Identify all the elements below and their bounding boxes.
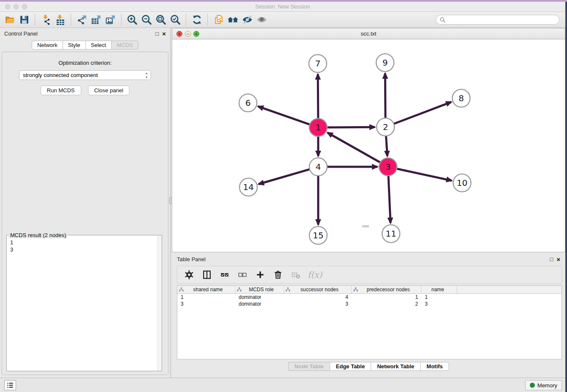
table-panel-close-icon[interactable]: × (556, 256, 560, 262)
network-maximize-icon[interactable]: + (193, 31, 199, 37)
export-network-button[interactable] (74, 13, 89, 27)
mcds-result-list[interactable]: 1 3 (10, 239, 157, 370)
optimization-criterion-select[interactable]: strongly connected component ▲▼ (19, 70, 151, 80)
column-header-shared-name[interactable]: shared name (177, 286, 235, 293)
network-canvas[interactable]: 7968124314101511 (173, 40, 564, 252)
add-column-button[interactable] (254, 268, 266, 282)
table-cell: 1 (421, 294, 457, 301)
zoom-fit-button[interactable] (154, 13, 168, 27)
maximize-window-icon[interactable] (22, 4, 27, 9)
svg-text:2: 2 (383, 122, 388, 132)
import-network-button[interactable] (39, 13, 53, 27)
graph-node-2[interactable]: 2 (377, 118, 394, 136)
edge-4-14[interactable] (259, 169, 310, 184)
main-titlebar: Session: New Session (0, 2, 565, 12)
gear-button[interactable] (183, 268, 195, 282)
deselect-all-icon (238, 270, 247, 279)
export-table-button[interactable] (89, 13, 103, 27)
export-image-button[interactable] (103, 13, 118, 27)
close-window-icon[interactable] (5, 4, 10, 9)
zoom-in-button[interactable] (125, 13, 139, 27)
edge-2-9[interactable] (385, 73, 385, 118)
memory-status-icon (530, 383, 535, 388)
graph-node-15[interactable]: 15 (309, 226, 327, 244)
memory-button[interactable]: Memory (525, 380, 562, 390)
graph-node-10[interactable]: 10 (453, 174, 471, 192)
edge-1-7[interactable] (318, 74, 318, 119)
tab-network-table[interactable]: Network Table (371, 362, 420, 371)
tab-style[interactable]: Style (63, 41, 85, 50)
import-table-button[interactable] (53, 13, 67, 27)
network-close-icon[interactable]: × (176, 31, 182, 37)
tab-motifs[interactable]: Motifs (420, 362, 449, 371)
graph-node-6[interactable]: 6 (239, 94, 257, 112)
select-all-button[interactable] (219, 268, 231, 282)
function-builder-icon: f(x) (308, 270, 322, 280)
save-session-button[interactable] (17, 13, 31, 27)
table-row[interactable]: 3dominator323 (177, 301, 561, 307)
zoom-out-button[interactable] (139, 13, 154, 27)
gear-icon (184, 270, 194, 279)
edge-3-1[interactable] (328, 133, 380, 162)
network-graph[interactable]: 7968124314101511 (173, 40, 564, 252)
tab-edge-table[interactable]: Edge Table (330, 362, 371, 371)
first-neighbors-button[interactable] (226, 13, 240, 27)
search-box[interactable] (436, 15, 559, 25)
network-minimize-icon[interactable]: − (185, 31, 191, 37)
status-bar: Memory (0, 378, 565, 392)
svg-text:1: 1 (316, 122, 321, 133)
graph-node-9[interactable]: 9 (376, 54, 394, 72)
edge-1-2[interactable] (327, 127, 375, 127)
hide-selected-button[interactable] (240, 13, 254, 27)
control-panel-close-icon[interactable]: × (162, 30, 166, 37)
graph-node-3[interactable]: 3 (379, 158, 397, 176)
control-panel-float-icon[interactable]: □ (155, 31, 159, 36)
search-input[interactable] (446, 17, 551, 23)
graph-node-1[interactable]: 1 (309, 119, 327, 136)
column-header-MCDS-role[interactable]: MCDS role (235, 286, 284, 293)
import-network-icon (41, 14, 51, 25)
svg-text:10: 10 (457, 178, 467, 188)
memory-label: Memory (537, 382, 557, 389)
delete-column-button[interactable] (272, 268, 284, 282)
table-toolbar: f(x) (177, 266, 562, 284)
columns-button[interactable] (201, 268, 213, 282)
table-cell: dominator (235, 294, 284, 301)
table-row[interactable]: 1dominator411 (177, 294, 561, 301)
task-history-button[interactable] (4, 380, 16, 390)
graph-node-11[interactable]: 11 (382, 225, 400, 243)
minimize-window-icon[interactable] (14, 4, 19, 9)
column-header-successor-nodes[interactable]: successor nodes (284, 286, 352, 293)
table-tabs: Node TableEdge TableNetwork TableMotifs (172, 362, 565, 371)
graph-node-14[interactable]: 14 (239, 178, 257, 196)
svg-text:11: 11 (385, 229, 396, 239)
graph-node-8[interactable]: 8 (452, 89, 470, 107)
table-panel-float-icon[interactable]: □ (550, 257, 553, 262)
tab-node-table[interactable]: Node Table (288, 362, 330, 371)
graph-node-7[interactable]: 7 (309, 55, 327, 72)
edge-2-8[interactable] (394, 102, 451, 124)
result-scrollbar[interactable] (157, 235, 162, 371)
run-mcds-button[interactable]: Run MCDS (41, 86, 81, 95)
edge-3-10[interactable] (397, 169, 452, 181)
network-table-splitter-grip[interactable] (362, 225, 369, 227)
show-all-icon (256, 14, 267, 25)
new-network-from-selection-button[interactable] (211, 13, 226, 27)
graph-node-4[interactable]: 4 (309, 158, 327, 176)
deselect-all-button[interactable] (237, 268, 248, 282)
close-panel-button[interactable]: Close panel (88, 86, 130, 95)
show-all-button[interactable] (254, 13, 269, 27)
edge-1-6[interactable] (258, 106, 310, 124)
tab-select[interactable]: Select (85, 41, 111, 50)
tab-network[interactable]: Network (32, 41, 63, 50)
edge-2-3[interactable] (386, 136, 387, 156)
open-file-button[interactable] (3, 13, 17, 27)
edge-3-11[interactable] (388, 176, 391, 223)
tab-mcds[interactable]: MCDS (111, 41, 138, 50)
refresh-layout-button[interactable] (190, 13, 204, 27)
zoom-selected-button[interactable] (168, 13, 182, 27)
table-header: shared nameMCDS rolesuccessor nodesprede… (177, 286, 561, 294)
table-cell: 4 (284, 294, 352, 301)
column-header-name[interactable]: name (421, 286, 457, 293)
column-header-predecessor-nodes[interactable]: predecessor nodes (352, 286, 421, 293)
